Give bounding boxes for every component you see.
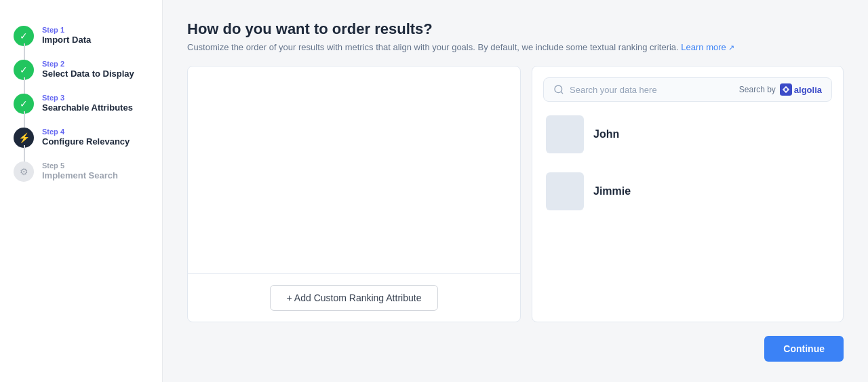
- sidebar-item-step2[interactable]: ✓ Step 2 Select Data to Display: [14, 53, 149, 87]
- sidebar-item-step1[interactable]: ✓ Step 1 Import Data: [14, 19, 149, 53]
- page-footer: Continue: [187, 333, 844, 362]
- step5-name: Implement Search: [42, 170, 118, 180]
- sidebar-item-step5[interactable]: ⚙ Step 5 Implement Search: [14, 155, 149, 189]
- step1-name: Import Data: [42, 35, 91, 45]
- step4-label: Step 4: [42, 128, 130, 136]
- sidebar-item-step4[interactable]: ⚡ Step 4 Configure Relevancy: [14, 121, 149, 155]
- preview-panel: Search your data here Search by algolia: [532, 66, 844, 322]
- step4-name: Configure Relevancy: [42, 136, 130, 147]
- ranking-panel: + Add Custom Ranking Attribute: [187, 66, 521, 322]
- search-bar[interactable]: Search your data here Search by algolia: [543, 77, 832, 102]
- search-by-label: Search by algolia: [739, 83, 822, 96]
- step2-name: Select Data to Display: [42, 69, 134, 79]
- page-subtitle: Customize the order of your results with…: [187, 42, 844, 52]
- content-area: + Add Custom Ranking Attribute Search yo…: [187, 66, 844, 322]
- result-name-jimmie: Jimmie: [593, 185, 631, 197]
- sidebar: ✓ Step 1 Import Data ✓ Step 2 Select Dat…: [0, 0, 163, 382]
- sidebar-item-step3[interactable]: ✓ Step 3 Searchable Attributes: [14, 87, 149, 121]
- learn-more-link[interactable]: Learn more: [681, 42, 734, 52]
- algolia-logo: algolia: [780, 83, 822, 96]
- step2-icon: ✓: [14, 60, 34, 80]
- search-placeholder: Search your data here: [570, 85, 657, 95]
- step5-icon: ⚙: [14, 161, 34, 182]
- step3-label: Step 3: [42, 94, 133, 102]
- step5-label: Step 5: [42, 161, 118, 170]
- svg-point-3: [785, 88, 787, 91]
- result-item-jimmie: Jimmie: [543, 167, 832, 216]
- svg-point-0: [555, 85, 562, 93]
- result-item-john: John: [543, 110, 832, 159]
- page-title: How do you want to order results?: [187, 20, 844, 38]
- page-header: How do you want to order results? Custom…: [187, 20, 844, 52]
- algolia-icon: [780, 83, 792, 96]
- continue-button[interactable]: Continue: [764, 336, 844, 362]
- add-ranking-button[interactable]: + Add Custom Ranking Attribute: [270, 285, 439, 311]
- avatar-jimmie: [546, 172, 584, 210]
- step1-icon: ✓: [14, 26, 34, 46]
- step3-icon: ✓: [14, 94, 34, 114]
- svg-line-1: [561, 92, 563, 94]
- step4-icon: ⚡: [14, 128, 34, 148]
- main-content: How do you want to order results? Custom…: [163, 0, 868, 382]
- avatar-john: [546, 115, 584, 153]
- ranking-panel-inner: [188, 66, 520, 273]
- step2-label: Step 2: [42, 60, 134, 68]
- search-icon: [553, 84, 564, 95]
- result-name-john: John: [593, 128, 619, 140]
- step3-name: Searchable Attributes: [42, 102, 133, 113]
- ranking-panel-footer: + Add Custom Ranking Attribute: [188, 273, 520, 322]
- step1-label: Step 1: [42, 26, 91, 34]
